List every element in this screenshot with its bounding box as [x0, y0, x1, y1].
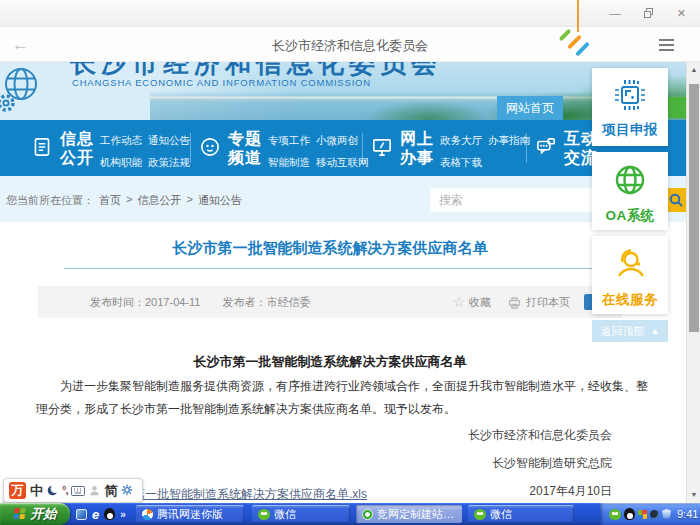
favorite-button[interactable]: ☆ 收藏	[452, 295, 491, 310]
browser-page-title: 长沙市经济和信息化委员会	[0, 37, 700, 55]
headset-agent-icon	[611, 245, 649, 287]
ime-toolbar[interactable]: 万 中 °, 简	[3, 478, 143, 503]
browser-toolbar: ← 长沙市经济和信息化委员会	[0, 27, 700, 62]
nav-title-info[interactable]: 信息公开	[60, 129, 94, 170]
chat-bubbles-icon	[534, 129, 558, 167]
ime-lang-toggle[interactable]: 中	[30, 484, 43, 497]
content-heading: 长沙市第一批智能制造系统解决方案供应商名单	[0, 353, 660, 371]
nav-link[interactable]: 专项工作	[268, 134, 310, 148]
taskbar-task-wechat-1[interactable]: 微信	[252, 505, 350, 523]
scroll-up-arrow[interactable]: ▲	[687, 66, 700, 73]
nav-title-online-affairs[interactable]: 网上办事	[400, 129, 434, 170]
ime-keyboard-icon[interactable]	[71, 482, 85, 500]
publish-time-label: 发布时间：	[90, 295, 145, 310]
pendant-string	[577, 0, 579, 32]
print-button[interactable]: 打印本页	[507, 295, 570, 310]
tray-shield-icon[interactable]	[662, 509, 671, 519]
back-to-top-button[interactable]: 返回顶部 ▲	[592, 320, 668, 342]
taskbar-task-jingwang-site-builder[interactable]: 竞网定制建站管理...	[356, 505, 462, 523]
nav-links-channel: 专项工作 小微两创 智能制造 移动互联网	[268, 134, 369, 170]
ime-logo-icon[interactable]: 万	[9, 482, 26, 499]
nav-divider	[362, 133, 363, 163]
site-banner: 长沙市经济和信息化委员会 CHANGSHA ECONOMIC AND INFOR…	[0, 62, 686, 120]
tray-wechat-icon[interactable]	[609, 509, 621, 520]
ime-punctuation-toggle[interactable]: °,	[62, 485, 67, 496]
quick-launch-overflow-icon[interactable]: »	[120, 509, 126, 520]
nav-section-online-affairs: 网上办事 政务大厅 办事指南 表格下载	[370, 129, 530, 170]
nav-links-info: 工作动态 通知公告 机构职能 政策法规	[100, 134, 190, 170]
start-button[interactable]: 开始	[0, 503, 70, 525]
breadcrumb-home[interactable]: 首页	[99, 193, 121, 208]
nav-divider	[190, 133, 191, 163]
tray-clock[interactable]: 9:41	[677, 508, 698, 520]
quick-launch-bar: e »	[76, 503, 126, 525]
quick-panel-online-service[interactable]: 在线服务	[592, 236, 668, 314]
search-icon	[668, 192, 684, 208]
nav-link[interactable]: 移动互联网	[316, 156, 369, 170]
chip-icon	[612, 77, 648, 117]
nav-divider	[526, 133, 527, 163]
nav-section-info: 信息公开 工作动态 通知公告 机构职能 政策法规	[30, 129, 190, 170]
nav-link[interactable]: 小微两创	[316, 134, 369, 148]
nav-link[interactable]: 表格下载	[440, 156, 482, 170]
breadcrumb-bar: 您当前所在位置： 首页 > 信息公开 > 通知公告	[0, 176, 686, 222]
close-button[interactable]: ✕	[677, 8, 686, 19]
nav-title-channel[interactable]: 专题频道	[228, 129, 262, 170]
breadcrumb-separator: >	[186, 193, 192, 208]
site-title-en: CHANGSHA ECONOMIC AND INFORMATION COMMIS…	[72, 77, 371, 88]
taskbar-task-tencent-mini[interactable]: 腾讯网迷你版	[136, 505, 244, 523]
nav-section-channel: 专题频道 专项工作 小微两创 智能制造 移动互联网	[198, 129, 369, 170]
article: 长沙市第一批智能制造系统解决方案供应商名单 发布时间： 2017-04-11 发…	[0, 222, 686, 503]
signature-org-2: 长沙智能制造研究总院	[492, 455, 612, 472]
nav-link[interactable]: 智能制造	[268, 156, 310, 170]
home-tab[interactable]: 网站首页	[497, 96, 563, 120]
taskbar-task-wechat-2[interactable]: 微信	[468, 505, 574, 523]
nav-section-interaction: 互动交流	[534, 129, 598, 167]
show-desktop-icon[interactable]	[76, 509, 87, 520]
scrollbar-thumb[interactable]	[689, 84, 699, 332]
nav-link[interactable]: 办事指南	[488, 134, 530, 148]
hamburger-menu-icon[interactable]	[659, 39, 674, 54]
breadcrumb-label: 您当前所在位置：	[6, 193, 94, 208]
vertical-scrollbar[interactable]: ▲ ▼	[686, 62, 700, 503]
signature-date: 2017年4月10日	[529, 483, 612, 500]
internet-explorer-icon[interactable]: e	[92, 508, 99, 521]
tray-dark-app-icon[interactable]	[650, 510, 659, 519]
tray-grid-app-icon[interactable]	[638, 510, 647, 519]
window-titlebar: — ✕	[0, 0, 700, 27]
monitor-icon	[370, 129, 394, 170]
ime-user-icon[interactable]	[89, 482, 100, 500]
up-arrow-icon: ▲	[651, 326, 660, 336]
star-icon: ☆	[452, 295, 465, 309]
quick-panel-label: OA系统	[605, 207, 654, 225]
printer-icon	[507, 295, 522, 310]
nav-link[interactable]: 机构职能	[100, 156, 142, 170]
tray-qq-icon[interactable]	[624, 508, 635, 520]
article-title: 长沙市第一批智能制造系统解决方案供应商名单	[0, 239, 660, 258]
scroll-down-arrow[interactable]: ▼	[687, 491, 700, 498]
nav-link[interactable]: 通知公告	[148, 134, 190, 148]
nav-link[interactable]: 政策法规	[148, 156, 190, 170]
ime-settings-gear-icon[interactable]	[121, 482, 133, 500]
wechat-icon	[474, 509, 486, 520]
minimize-button[interactable]: —	[610, 8, 621, 19]
qq-icon[interactable]	[104, 508, 115, 520]
publisher-label: 发布者：	[222, 295, 266, 310]
quick-panel-oa-system[interactable]: OA系统	[592, 152, 668, 230]
ime-simplified-toggle[interactable]: 简	[104, 484, 117, 497]
breadcrumb: 您当前所在位置： 首页 > 信息公开 > 通知公告	[6, 193, 242, 208]
system-tray: 9:41	[600, 503, 700, 525]
quick-panel-label: 在线服务	[602, 291, 658, 309]
nav-links-online-affairs: 政务大厅 办事指南 表格下载	[440, 134, 530, 170]
nav-link[interactable]: 政务大厅	[440, 134, 482, 148]
breadcrumb-category[interactable]: 信息公开	[137, 193, 181, 208]
nav-link[interactable]: 工作动态	[100, 134, 142, 148]
quick-panel-project-declare[interactable]: 项目申报	[592, 68, 668, 146]
breadcrumb-current[interactable]: 通知公告	[198, 193, 242, 208]
ime-halfwidth-moon-icon[interactable]	[47, 482, 58, 500]
publish-time: 2017-04-11	[145, 296, 200, 308]
quick-panel-label: 项目申报	[602, 121, 658, 139]
article-meta-bar: 发布时间： 2017-04-11 发布者： 市经信委 ☆ 收藏 打	[38, 286, 622, 318]
main-nav: 信息公开 工作动态 通知公告 机构职能 政策法规	[0, 120, 686, 176]
restore-button[interactable]	[644, 8, 654, 18]
